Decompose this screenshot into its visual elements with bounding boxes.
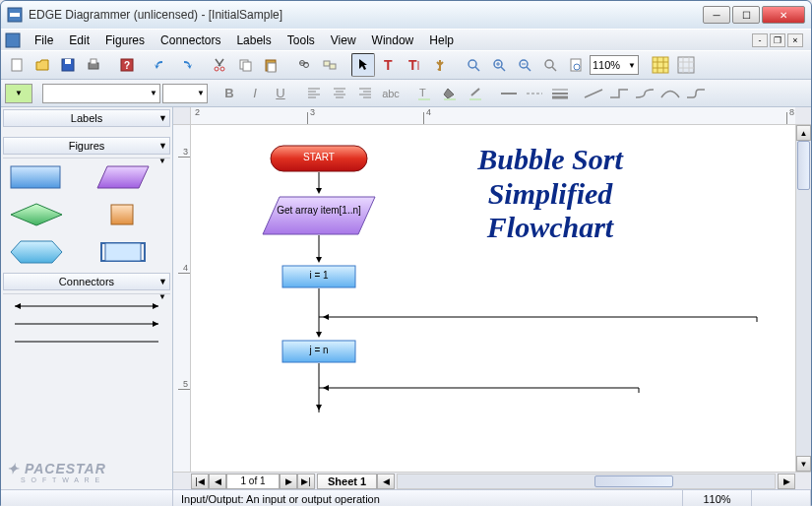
- menu-window[interactable]: Window: [364, 32, 422, 49]
- page-last-button[interactable]: ▶|: [297, 474, 315, 489]
- undo-button[interactable]: [149, 53, 172, 77]
- font-combo[interactable]: ▼: [42, 84, 160, 103]
- mdi-restore-button[interactable]: ❐: [770, 33, 785, 47]
- print-button[interactable]: [82, 53, 105, 77]
- svg-rect-52: [105, 243, 141, 261]
- mdi-close-button[interactable]: ×: [787, 33, 803, 47]
- find-button[interactable]: [292, 53, 316, 77]
- page-prev-button[interactable]: ◀: [209, 474, 226, 489]
- mdi-minimize-button[interactable]: -: [752, 33, 768, 47]
- labels-section-head[interactable]: Labels▼: [3, 109, 170, 127]
- diagram-canvas[interactable]: Bubble Sort Simplified Flowchart START G…: [191, 125, 795, 472]
- save-button[interactable]: [56, 53, 80, 77]
- vendor-logo-text: PACESTAR: [25, 461, 106, 476]
- title-line3: Flowchart: [452, 211, 649, 245]
- help-button[interactable]: ?: [115, 53, 139, 77]
- scroll-down-button[interactable]: ▼: [796, 456, 811, 472]
- line-dash-button[interactable]: [523, 83, 546, 104]
- scroll-up-button[interactable]: ▲: [796, 125, 811, 141]
- ruler-h-tick: 4: [426, 107, 431, 117]
- conn-curve-button[interactable]: [633, 83, 656, 104]
- snap-button[interactable]: [674, 53, 698, 77]
- line-weight-button[interactable]: [548, 83, 572, 104]
- align-center-button[interactable]: [328, 83, 351, 104]
- italic-button[interactable]: I: [243, 83, 267, 104]
- flowchart-step1-node[interactable]: i = 1: [281, 265, 356, 288]
- connector-line[interactable]: [11, 336, 162, 344]
- shape-process[interactable]: [7, 162, 66, 192]
- figures-section-head[interactable]: Figures▼: [3, 137, 170, 155]
- conn-straight-button[interactable]: [582, 83, 605, 104]
- shape-decision[interactable]: [7, 200, 66, 229]
- connectors-palette: [1, 294, 172, 349]
- menu-figures[interactable]: Figures: [97, 32, 153, 49]
- align-right-button[interactable]: [353, 83, 377, 104]
- scroll-thumb-v[interactable]: [797, 141, 810, 190]
- paste-button[interactable]: [259, 53, 282, 77]
- cut-button[interactable]: [208, 53, 231, 77]
- connector-double-arrow[interactable]: [11, 300, 162, 308]
- menu-tools[interactable]: Tools: [280, 32, 323, 49]
- connectors-section-head[interactable]: Connectors▼: [3, 273, 170, 290]
- vertical-scrollbar[interactable]: ▲ ▼: [795, 125, 811, 472]
- align-left-button[interactable]: [302, 83, 326, 104]
- svg-rect-38: [678, 57, 694, 73]
- pointer-tool[interactable]: [351, 53, 375, 77]
- flowchart-input-node[interactable]: Get array item[1..n]: [262, 196, 376, 235]
- flowchart-step2-node[interactable]: j = n: [281, 340, 356, 363]
- menu-edit[interactable]: Edit: [61, 32, 97, 49]
- menu-view[interactable]: View: [323, 32, 364, 49]
- bold-button[interactable]: B: [218, 83, 241, 104]
- menu-connectors[interactable]: Connectors: [153, 32, 228, 49]
- menu-labels[interactable]: Labels: [228, 32, 279, 49]
- connector-single-arrow[interactable]: [11, 318, 162, 326]
- label-tool[interactable]: T: [377, 53, 401, 77]
- zoom-in-button[interactable]: [487, 53, 511, 77]
- underline-button[interactable]: U: [269, 83, 292, 104]
- doc-icon: [5, 32, 21, 48]
- zoom-page-button[interactable]: [564, 53, 588, 77]
- font-color-button[interactable]: T: [412, 83, 436, 104]
- spellcheck-button[interactable]: abc: [379, 83, 403, 104]
- menu-file[interactable]: File: [27, 32, 61, 49]
- conn-ortho-button[interactable]: [607, 83, 631, 104]
- shape-prep[interactable]: [7, 237, 66, 267]
- redo-button[interactable]: [174, 53, 198, 77]
- hscroll-right-button[interactable]: ▶: [778, 474, 795, 489]
- open-button[interactable]: [31, 53, 54, 77]
- fill-color-button[interactable]: [438, 83, 462, 104]
- pan-tool[interactable]: [428, 53, 452, 77]
- menu-help[interactable]: Help: [421, 32, 462, 49]
- shape-connector[interactable]: [94, 200, 153, 229]
- flowchart-start-node[interactable]: START: [270, 145, 368, 172]
- replace-button[interactable]: [318, 53, 342, 77]
- line-solid-button[interactable]: [497, 83, 521, 104]
- maximize-button[interactable]: ☐: [732, 6, 760, 24]
- zoom-combo[interactable]: 110%▼: [590, 55, 639, 75]
- close-button[interactable]: ✕: [762, 6, 805, 24]
- scroll-thumb-h[interactable]: [594, 475, 673, 487]
- minimize-button[interactable]: ─: [703, 6, 730, 24]
- conn-round-button[interactable]: [684, 83, 708, 104]
- page-next-button[interactable]: ▶: [280, 474, 297, 489]
- grid-button[interactable]: [649, 53, 672, 77]
- shape-subroutine[interactable]: [94, 237, 153, 267]
- text-tool[interactable]: T: [403, 53, 426, 77]
- line-color-button[interactable]: [464, 83, 487, 104]
- vendor-logo-sub: S O F T W A R E: [7, 476, 166, 483]
- conn-arc-button[interactable]: [658, 83, 682, 104]
- horizontal-scrollbar[interactable]: [397, 474, 776, 489]
- page-first-button[interactable]: |◀: [191, 474, 209, 489]
- zoom-tool[interactable]: [462, 53, 485, 77]
- new-button[interactable]: [5, 53, 29, 77]
- font-size-combo[interactable]: ▼: [162, 84, 208, 103]
- hscroll-left-button[interactable]: ◀: [377, 474, 395, 489]
- sheet-tab[interactable]: Sheet 1: [317, 474, 377, 489]
- zoom-fit-button[interactable]: [538, 53, 562, 77]
- ruler-h-tick: 8: [789, 107, 794, 117]
- copy-button[interactable]: [233, 53, 257, 77]
- zoom-value: 110%: [593, 59, 620, 71]
- shape-io[interactable]: [94, 162, 153, 192]
- color-combo[interactable]: ▼: [5, 84, 32, 103]
- zoom-out-button[interactable]: [513, 53, 536, 77]
